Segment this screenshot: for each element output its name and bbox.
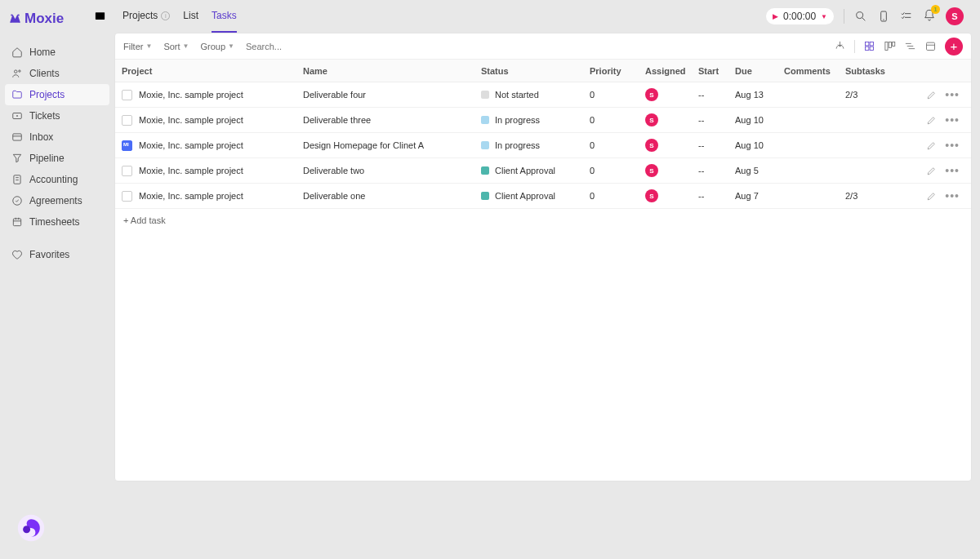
search-input[interactable] bbox=[246, 42, 327, 51]
filter-button[interactable]: Filter▼ bbox=[123, 42, 152, 51]
svg-point-0 bbox=[11, 14, 12, 16]
sidebar-item-inbox[interactable]: Inbox bbox=[5, 126, 109, 148]
assignee-avatar[interactable]: S bbox=[645, 113, 658, 126]
sidebar-item-timesheets[interactable]: Timesheets bbox=[5, 211, 109, 233]
svg-point-17 bbox=[857, 12, 863, 19]
top-actions: ▶0:00:00▼ 1 S bbox=[766, 7, 964, 25]
status-dot bbox=[481, 166, 489, 175]
edit-icon[interactable] bbox=[926, 115, 937, 126]
more-icon[interactable]: ••• bbox=[945, 140, 960, 151]
sidebar-item-accounting[interactable]: Accounting bbox=[5, 169, 109, 190]
table-row[interactable]: Moxie, Inc. sample projectDeliverable tw… bbox=[115, 158, 971, 184]
add-task-button[interactable]: + Add task bbox=[115, 209, 971, 232]
edit-icon[interactable] bbox=[926, 90, 937, 100]
col-subtasks[interactable]: Subtasks bbox=[839, 66, 894, 76]
row-checkbox[interactable] bbox=[122, 115, 132, 126]
calendar-view-icon[interactable] bbox=[924, 40, 937, 52]
edit-icon[interactable] bbox=[926, 140, 937, 151]
more-icon[interactable]: ••• bbox=[945, 89, 960, 100]
table-row[interactable]: Moxie, Inc. sample projectDeliverable on… bbox=[115, 184, 971, 209]
edit-icon[interactable] bbox=[926, 191, 937, 202]
row-project: Moxie, Inc. sample project bbox=[139, 191, 243, 201]
table-row[interactable]: Moxie, Inc. sample projectDeliverable fo… bbox=[115, 82, 971, 108]
row-project: Moxie, Inc. sample project bbox=[139, 115, 243, 125]
sidebar-item-home[interactable]: Home bbox=[5, 42, 109, 63]
table-row[interactable]: Moxie, Inc. sample projectDesign Homepag… bbox=[115, 133, 971, 158]
col-start[interactable]: Start bbox=[692, 66, 728, 76]
sidebar-item-tickets[interactable]: Tickets bbox=[5, 105, 109, 126]
row-project: Moxie, Inc. sample project bbox=[139, 166, 243, 175]
add-button[interactable]: + bbox=[945, 38, 963, 55]
svg-rect-23 bbox=[866, 42, 869, 46]
edit-icon[interactable] bbox=[926, 166, 937, 176]
row-project: Moxie, Inc. sample project bbox=[139, 90, 243, 100]
mobile-icon[interactable] bbox=[877, 10, 890, 23]
svg-rect-29 bbox=[893, 42, 895, 47]
sidebar-item-agreements[interactable]: Agreements bbox=[5, 190, 109, 211]
group-button[interactable]: Group▼ bbox=[200, 42, 234, 51]
timer-widget[interactable]: ▶0:00:00▼ bbox=[766, 8, 834, 24]
table-row[interactable]: Moxie, Inc. sample projectDeliverable th… bbox=[115, 108, 971, 133]
more-icon[interactable]: ••• bbox=[945, 165, 960, 176]
row-status: Client Approval bbox=[495, 191, 555, 201]
row-checkbox[interactable] bbox=[122, 166, 132, 176]
svg-rect-8 bbox=[13, 134, 22, 140]
tab-projects[interactable]: Projectsi bbox=[122, 0, 170, 33]
col-name[interactable]: Name bbox=[296, 66, 474, 76]
col-due[interactable]: Due bbox=[728, 66, 777, 76]
board-view-icon[interactable] bbox=[884, 40, 896, 52]
row-name: Deliverable four bbox=[296, 90, 474, 100]
more-icon[interactable]: ••• bbox=[945, 114, 960, 126]
sidebar-collapse-icon[interactable] bbox=[94, 10, 106, 22]
info-icon: i bbox=[161, 11, 170, 20]
svg-rect-24 bbox=[870, 42, 873, 46]
col-comments[interactable]: Comments bbox=[777, 66, 839, 76]
table-header: Project Name Status Priority Assigned St… bbox=[115, 60, 971, 82]
view-tabs: Projectsi List Tasks bbox=[122, 0, 237, 33]
notifications-button[interactable]: 1 bbox=[923, 9, 936, 24]
col-status[interactable]: Status bbox=[474, 66, 583, 76]
svg-point-5 bbox=[19, 70, 20, 72]
timeline-view-icon[interactable] bbox=[904, 40, 916, 52]
assignee-avatar[interactable]: S bbox=[645, 189, 658, 202]
svg-point-4 bbox=[15, 70, 18, 73]
sidebar-item-clients[interactable]: Clients bbox=[5, 63, 109, 84]
assignee-avatar[interactable]: S bbox=[645, 164, 658, 177]
svg-rect-33 bbox=[927, 42, 935, 50]
download-icon[interactable] bbox=[834, 40, 846, 52]
sort-button[interactable]: Sort▼ bbox=[163, 42, 189, 51]
assignee-avatar[interactable]: S bbox=[645, 88, 658, 101]
assignee-avatar[interactable]: S bbox=[645, 139, 658, 152]
svg-rect-6 bbox=[13, 113, 22, 119]
notification-badge: 1 bbox=[931, 5, 940, 14]
checklist-icon[interactable] bbox=[900, 10, 913, 23]
chevron-down-icon: ▼ bbox=[821, 13, 827, 20]
user-avatar[interactable]: S bbox=[946, 7, 964, 25]
sidebar-item-favorites[interactable]: Favorites bbox=[5, 244, 109, 265]
row-status: In progress bbox=[495, 140, 540, 150]
sidebar-item-projects[interactable]: Projects bbox=[5, 84, 109, 105]
svg-line-18 bbox=[862, 18, 865, 20]
svg-rect-27 bbox=[885, 42, 888, 51]
sidebar-item-pipeline[interactable]: Pipeline bbox=[5, 148, 109, 169]
row-checkbox[interactable] bbox=[122, 191, 132, 202]
search-icon[interactable] bbox=[854, 10, 867, 23]
tab-tasks[interactable]: Tasks bbox=[212, 0, 237, 33]
row-checkbox[interactable] bbox=[122, 140, 132, 151]
row-name: Deliverable two bbox=[296, 166, 474, 175]
col-project[interactable]: Project bbox=[115, 66, 296, 76]
grid-view-icon[interactable] bbox=[863, 40, 875, 52]
more-icon[interactable]: ••• bbox=[945, 190, 960, 202]
svg-rect-2 bbox=[96, 12, 105, 20]
row-priority: 0 bbox=[583, 90, 639, 100]
tab-list[interactable]: List bbox=[183, 0, 198, 33]
row-priority: 0 bbox=[583, 191, 639, 201]
row-status: Not started bbox=[495, 90, 539, 100]
svg-rect-28 bbox=[889, 42, 891, 48]
floating-logo[interactable] bbox=[16, 513, 46, 543]
col-priority[interactable]: Priority bbox=[583, 66, 639, 76]
row-start: -- bbox=[692, 90, 728, 100]
row-checkbox[interactable] bbox=[122, 90, 132, 100]
row-due: Aug 5 bbox=[728, 166, 777, 175]
col-assigned[interactable]: Assigned bbox=[639, 66, 692, 76]
